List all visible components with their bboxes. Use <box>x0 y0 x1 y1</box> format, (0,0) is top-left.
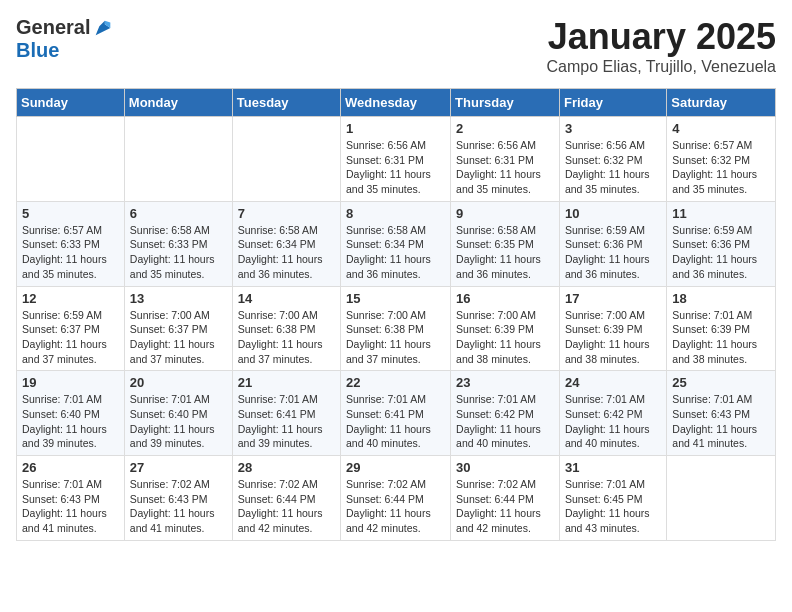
calendar-cell: 21Sunrise: 7:01 AMSunset: 6:41 PMDayligh… <box>232 371 340 456</box>
day-number: 1 <box>346 121 445 136</box>
weekday-header-saturday: Saturday <box>667 89 776 117</box>
calendar-cell: 4Sunrise: 6:57 AMSunset: 6:32 PMDaylight… <box>667 117 776 202</box>
calendar-cell: 26Sunrise: 7:01 AMSunset: 6:43 PMDayligh… <box>17 456 125 541</box>
weekday-header-friday: Friday <box>559 89 666 117</box>
day-info: Sunrise: 7:01 AMSunset: 6:42 PMDaylight:… <box>565 392 661 451</box>
day-info: Sunrise: 7:01 AMSunset: 6:40 PMDaylight:… <box>22 392 119 451</box>
day-info: Sunrise: 7:01 AMSunset: 6:40 PMDaylight:… <box>130 392 227 451</box>
day-info: Sunrise: 6:57 AMSunset: 6:33 PMDaylight:… <box>22 223 119 282</box>
day-number: 24 <box>565 375 661 390</box>
day-number: 23 <box>456 375 554 390</box>
calendar-cell: 18Sunrise: 7:01 AMSunset: 6:39 PMDayligh… <box>667 286 776 371</box>
calendar-week-row: 12Sunrise: 6:59 AMSunset: 6:37 PMDayligh… <box>17 286 776 371</box>
day-info: Sunrise: 7:02 AMSunset: 6:44 PMDaylight:… <box>346 477 445 536</box>
day-info: Sunrise: 7:01 AMSunset: 6:41 PMDaylight:… <box>238 392 335 451</box>
day-info: Sunrise: 6:58 AMSunset: 6:33 PMDaylight:… <box>130 223 227 282</box>
day-number: 15 <box>346 291 445 306</box>
day-info: Sunrise: 6:56 AMSunset: 6:31 PMDaylight:… <box>346 138 445 197</box>
weekday-header-row: SundayMondayTuesdayWednesdayThursdayFrid… <box>17 89 776 117</box>
calendar-cell <box>232 117 340 202</box>
calendar-cell: 17Sunrise: 7:00 AMSunset: 6:39 PMDayligh… <box>559 286 666 371</box>
day-number: 3 <box>565 121 661 136</box>
calendar-cell: 16Sunrise: 7:00 AMSunset: 6:39 PMDayligh… <box>451 286 560 371</box>
weekday-header-monday: Monday <box>124 89 232 117</box>
calendar-cell: 25Sunrise: 7:01 AMSunset: 6:43 PMDayligh… <box>667 371 776 456</box>
calendar-cell: 24Sunrise: 7:01 AMSunset: 6:42 PMDayligh… <box>559 371 666 456</box>
calendar-cell <box>17 117 125 202</box>
month-title: January 2025 <box>547 16 776 58</box>
day-info: Sunrise: 6:59 AMSunset: 6:36 PMDaylight:… <box>672 223 770 282</box>
day-number: 8 <box>346 206 445 221</box>
calendar-week-row: 26Sunrise: 7:01 AMSunset: 6:43 PMDayligh… <box>17 456 776 541</box>
day-info: Sunrise: 7:00 AMSunset: 6:38 PMDaylight:… <box>346 308 445 367</box>
calendar-cell: 31Sunrise: 7:01 AMSunset: 6:45 PMDayligh… <box>559 456 666 541</box>
calendar-cell <box>124 117 232 202</box>
day-info: Sunrise: 7:00 AMSunset: 6:39 PMDaylight:… <box>456 308 554 367</box>
day-info: Sunrise: 6:56 AMSunset: 6:32 PMDaylight:… <box>565 138 661 197</box>
day-info: Sunrise: 7:02 AMSunset: 6:43 PMDaylight:… <box>130 477 227 536</box>
day-number: 26 <box>22 460 119 475</box>
day-number: 14 <box>238 291 335 306</box>
day-number: 18 <box>672 291 770 306</box>
calendar-cell: 15Sunrise: 7:00 AMSunset: 6:38 PMDayligh… <box>341 286 451 371</box>
day-info: Sunrise: 6:58 AMSunset: 6:34 PMDaylight:… <box>346 223 445 282</box>
day-info: Sunrise: 7:00 AMSunset: 6:38 PMDaylight:… <box>238 308 335 367</box>
weekday-header-tuesday: Tuesday <box>232 89 340 117</box>
weekday-header-sunday: Sunday <box>17 89 125 117</box>
calendar-cell: 28Sunrise: 7:02 AMSunset: 6:44 PMDayligh… <box>232 456 340 541</box>
calendar-cell: 12Sunrise: 6:59 AMSunset: 6:37 PMDayligh… <box>17 286 125 371</box>
calendar-cell: 5Sunrise: 6:57 AMSunset: 6:33 PMDaylight… <box>17 201 125 286</box>
location-title: Campo Elias, Trujillo, Venezuela <box>547 58 776 76</box>
day-number: 19 <box>22 375 119 390</box>
day-info: Sunrise: 6:56 AMSunset: 6:31 PMDaylight:… <box>456 138 554 197</box>
calendar-cell: 20Sunrise: 7:01 AMSunset: 6:40 PMDayligh… <box>124 371 232 456</box>
calendar-table: SundayMondayTuesdayWednesdayThursdayFrid… <box>16 88 776 541</box>
day-info: Sunrise: 7:01 AMSunset: 6:41 PMDaylight:… <box>346 392 445 451</box>
day-number: 7 <box>238 206 335 221</box>
calendar-cell: 30Sunrise: 7:02 AMSunset: 6:44 PMDayligh… <box>451 456 560 541</box>
day-number: 31 <box>565 460 661 475</box>
day-info: Sunrise: 7:01 AMSunset: 6:43 PMDaylight:… <box>22 477 119 536</box>
day-info: Sunrise: 7:00 AMSunset: 6:39 PMDaylight:… <box>565 308 661 367</box>
calendar-week-row: 19Sunrise: 7:01 AMSunset: 6:40 PMDayligh… <box>17 371 776 456</box>
day-number: 9 <box>456 206 554 221</box>
day-info: Sunrise: 6:58 AMSunset: 6:35 PMDaylight:… <box>456 223 554 282</box>
day-number: 20 <box>130 375 227 390</box>
day-number: 2 <box>456 121 554 136</box>
logo-blue-text: Blue <box>16 39 59 62</box>
day-info: Sunrise: 7:01 AMSunset: 6:45 PMDaylight:… <box>565 477 661 536</box>
day-info: Sunrise: 7:01 AMSunset: 6:39 PMDaylight:… <box>672 308 770 367</box>
calendar-cell: 9Sunrise: 6:58 AMSunset: 6:35 PMDaylight… <box>451 201 560 286</box>
calendar-cell: 2Sunrise: 6:56 AMSunset: 6:31 PMDaylight… <box>451 117 560 202</box>
day-number: 21 <box>238 375 335 390</box>
calendar-cell: 1Sunrise: 6:56 AMSunset: 6:31 PMDaylight… <box>341 117 451 202</box>
day-number: 10 <box>565 206 661 221</box>
day-number: 28 <box>238 460 335 475</box>
calendar-cell: 11Sunrise: 6:59 AMSunset: 6:36 PMDayligh… <box>667 201 776 286</box>
calendar-cell: 19Sunrise: 7:01 AMSunset: 6:40 PMDayligh… <box>17 371 125 456</box>
title-section: January 2025 Campo Elias, Trujillo, Vene… <box>547 16 776 76</box>
weekday-header-wednesday: Wednesday <box>341 89 451 117</box>
calendar-cell: 27Sunrise: 7:02 AMSunset: 6:43 PMDayligh… <box>124 456 232 541</box>
page-header: General Blue January 2025 Campo Elias, T… <box>16 16 776 76</box>
logo: General Blue <box>16 16 114 62</box>
day-number: 17 <box>565 291 661 306</box>
calendar-cell: 7Sunrise: 6:58 AMSunset: 6:34 PMDaylight… <box>232 201 340 286</box>
calendar-cell: 3Sunrise: 6:56 AMSunset: 6:32 PMDaylight… <box>559 117 666 202</box>
logo-icon <box>92 17 114 39</box>
calendar-week-row: 5Sunrise: 6:57 AMSunset: 6:33 PMDaylight… <box>17 201 776 286</box>
day-info: Sunrise: 6:57 AMSunset: 6:32 PMDaylight:… <box>672 138 770 197</box>
calendar-cell: 29Sunrise: 7:02 AMSunset: 6:44 PMDayligh… <box>341 456 451 541</box>
day-info: Sunrise: 7:02 AMSunset: 6:44 PMDaylight:… <box>456 477 554 536</box>
calendar-cell <box>667 456 776 541</box>
calendar-cell: 13Sunrise: 7:00 AMSunset: 6:37 PMDayligh… <box>124 286 232 371</box>
day-info: Sunrise: 6:59 AMSunset: 6:36 PMDaylight:… <box>565 223 661 282</box>
calendar-cell: 22Sunrise: 7:01 AMSunset: 6:41 PMDayligh… <box>341 371 451 456</box>
calendar-cell: 6Sunrise: 6:58 AMSunset: 6:33 PMDaylight… <box>124 201 232 286</box>
calendar-cell: 10Sunrise: 6:59 AMSunset: 6:36 PMDayligh… <box>559 201 666 286</box>
day-number: 13 <box>130 291 227 306</box>
day-info: Sunrise: 6:58 AMSunset: 6:34 PMDaylight:… <box>238 223 335 282</box>
calendar-cell: 14Sunrise: 7:00 AMSunset: 6:38 PMDayligh… <box>232 286 340 371</box>
day-info: Sunrise: 6:59 AMSunset: 6:37 PMDaylight:… <box>22 308 119 367</box>
day-number: 22 <box>346 375 445 390</box>
